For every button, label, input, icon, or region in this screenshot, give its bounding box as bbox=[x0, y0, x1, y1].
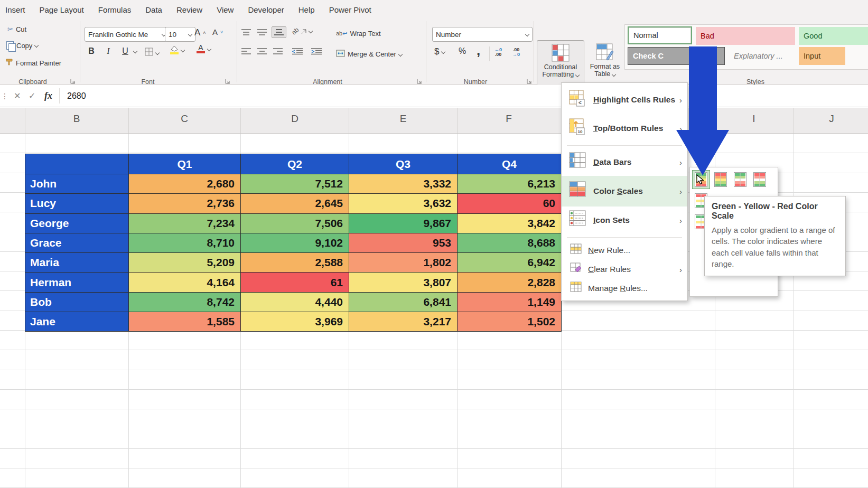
data-cell[interactable]: 4,440 bbox=[241, 293, 349, 312]
row-name-cell[interactable]: Jane bbox=[25, 312, 129, 332]
cut-button[interactable]: ✂ Cut bbox=[7, 25, 26, 33]
fill-color-button[interactable] bbox=[170, 45, 184, 54]
font-size-combobox[interactable]: 10 bbox=[165, 27, 195, 42]
data-cell[interactable]: 60 bbox=[458, 194, 562, 213]
decrease-indent-button[interactable] bbox=[292, 48, 303, 55]
align-middle-button[interactable] bbox=[257, 29, 267, 36]
data-cell[interactable]: 953 bbox=[349, 233, 458, 253]
data-cell[interactable]: 9,867 bbox=[349, 214, 458, 233]
data-cell[interactable]: 5,209 bbox=[129, 253, 241, 273]
enter-icon[interactable]: ✓ bbox=[29, 85, 35, 107]
grow-font-button[interactable]: A˄ bbox=[194, 27, 206, 38]
data-cell[interactable]: 7,234 bbox=[129, 214, 241, 233]
align-bottom-button[interactable] bbox=[272, 26, 286, 38]
data-cell[interactable]: 6,942 bbox=[458, 253, 562, 273]
table-header-q2[interactable]: Q2 bbox=[241, 154, 349, 174]
tab-insert[interactable]: Insert bbox=[5, 5, 25, 14]
align-right-button[interactable] bbox=[273, 48, 283, 55]
style-chip-input[interactable]: Input bbox=[799, 47, 845, 65]
column-header-i[interactable]: I bbox=[746, 113, 762, 125]
style-chip-explanatory[interactable]: Explanatory ... bbox=[729, 47, 795, 65]
row-name-cell[interactable]: Herman bbox=[25, 273, 129, 292]
tab-power-pivot[interactable]: Power Pivot bbox=[329, 5, 371, 14]
number-dialog-launcher-icon[interactable] bbox=[526, 78, 533, 85]
data-cell[interactable]: 2,736 bbox=[129, 194, 241, 213]
table-corner-cell[interactable] bbox=[25, 154, 129, 174]
italic-button[interactable]: I bbox=[102, 46, 114, 56]
increase-decimal-button[interactable]: ←0.00 bbox=[494, 48, 502, 57]
font-name-combobox[interactable]: Franklin Gothic Me bbox=[85, 27, 169, 42]
menu-item-new-rule[interactable]: New Rule... bbox=[562, 241, 687, 259]
data-cell[interactable]: 2,645 bbox=[241, 194, 349, 213]
percent-style-button[interactable]: % bbox=[459, 46, 466, 56]
formula-input[interactable]: 2680 bbox=[67, 85, 86, 107]
accounting-format-button[interactable]: $ bbox=[434, 46, 445, 57]
style-chip-bad[interactable]: Bad bbox=[696, 27, 795, 45]
tab-developer[interactable]: Developer bbox=[248, 5, 284, 14]
comma-style-button[interactable]: , bbox=[477, 42, 480, 59]
style-chip-normal[interactable]: Normal bbox=[628, 26, 692, 44]
data-cell[interactable]: 61 bbox=[241, 273, 349, 292]
row-name-cell[interactable]: George bbox=[25, 214, 129, 233]
font-color-button[interactable]: A bbox=[197, 44, 211, 53]
increase-indent-button[interactable] bbox=[311, 48, 322, 55]
cancel-icon[interactable]: ✕ bbox=[14, 85, 21, 107]
data-cell[interactable]: 1,502 bbox=[458, 312, 562, 332]
decrease-decimal-button[interactable]: .00→0 bbox=[512, 48, 520, 57]
data-cell[interactable]: 3,332 bbox=[349, 174, 458, 194]
column-header-c[interactable]: C bbox=[176, 113, 192, 125]
row-name-cell[interactable]: Lucy bbox=[25, 194, 129, 213]
row-name-cell[interactable]: Grace bbox=[25, 233, 129, 253]
wrap-text-button[interactable]: ab↩ Wrap Text bbox=[336, 30, 381, 37]
align-center-button[interactable] bbox=[257, 48, 267, 55]
tab-review[interactable]: Review bbox=[176, 5, 202, 14]
format-painter-button[interactable]: Format Painter bbox=[5, 58, 61, 68]
data-cell[interactable]: 3,807 bbox=[349, 273, 458, 292]
menu-item-clear-rules[interactable]: Clear Rules › bbox=[562, 260, 687, 278]
data-cell[interactable]: 7,506 bbox=[241, 214, 349, 233]
table-header-q4[interactable]: Q4 bbox=[458, 154, 562, 174]
data-cell[interactable]: 8,710 bbox=[129, 233, 241, 253]
table-header-q1[interactable]: Q1 bbox=[129, 154, 241, 174]
number-format-combobox[interactable]: Number bbox=[432, 27, 533, 42]
menu-item-highlight-cells-rules[interactable]: < Highlight Cells Rules › bbox=[562, 86, 687, 114]
tab-formulas[interactable]: Formulas bbox=[98, 5, 132, 14]
data-cell[interactable]: 3,969 bbox=[241, 312, 349, 332]
data-cell[interactable]: 7,512 bbox=[241, 174, 349, 194]
data-cell[interactable]: 4,164 bbox=[129, 273, 241, 292]
table-header-q3[interactable]: Q3 bbox=[349, 154, 458, 174]
color-scale-red-white-green[interactable] bbox=[751, 171, 768, 189]
data-cell[interactable]: 1,585 bbox=[129, 312, 241, 332]
data-cell[interactable]: 8,742 bbox=[129, 293, 241, 312]
style-chip-good[interactable]: Good bbox=[799, 27, 868, 45]
orientation-button[interactable]: ab bbox=[292, 27, 312, 35]
menu-item-icon-sets[interactable]: Icon Sets › bbox=[562, 207, 687, 234]
data-cell[interactable]: 3,632 bbox=[349, 194, 458, 213]
menu-item-manage-rules[interactable]: Manage Rules... bbox=[562, 279, 687, 297]
data-cell[interactable]: 3,842 bbox=[458, 214, 562, 233]
data-cell[interactable]: 6,213 bbox=[458, 174, 562, 194]
tab-data[interactable]: Data bbox=[145, 5, 162, 14]
row-name-cell[interactable]: John bbox=[25, 174, 129, 194]
row-name-cell[interactable]: Maria bbox=[25, 253, 129, 273]
column-header-j[interactable]: J bbox=[824, 113, 839, 125]
column-header-d[interactable]: D bbox=[287, 113, 303, 125]
insert-function-icon[interactable]: fx bbox=[44, 85, 52, 107]
tab-view[interactable]: View bbox=[217, 5, 234, 14]
copy-button[interactable]: Copy bbox=[6, 41, 38, 50]
data-cell[interactable]: 9,102 bbox=[241, 233, 349, 253]
data-cell[interactable]: 2,828 bbox=[458, 273, 562, 292]
data-cell[interactable]: 3,217 bbox=[349, 312, 458, 332]
shrink-font-button[interactable]: A˅ bbox=[212, 27, 223, 36]
align-top-button[interactable] bbox=[241, 29, 251, 36]
underline-button[interactable]: U bbox=[119, 46, 137, 56]
menu-item-data-bars[interactable]: Data Bars › bbox=[562, 148, 687, 176]
data-cell[interactable]: 1,149 bbox=[458, 293, 562, 312]
alignment-dialog-launcher-icon[interactable] bbox=[416, 78, 423, 85]
data-cell[interactable]: 2,680 bbox=[129, 174, 241, 194]
column-header-b[interactable]: B bbox=[69, 113, 85, 125]
data-cell[interactable]: 8,688 bbox=[458, 233, 562, 253]
data-cell[interactable]: 1,802 bbox=[349, 253, 458, 273]
row-name-cell[interactable]: Bob bbox=[25, 293, 129, 312]
data-cell[interactable]: 2,588 bbox=[241, 253, 349, 273]
